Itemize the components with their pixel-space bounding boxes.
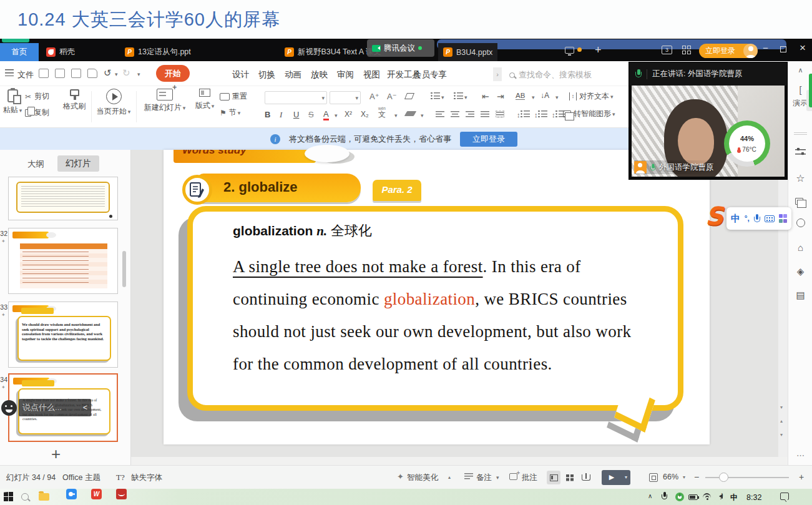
tab-slides[interactable]: 幻灯片 bbox=[57, 155, 99, 172]
indent-icon[interactable]: ⇥ bbox=[497, 91, 504, 101]
maximize-button[interactable] bbox=[780, 46, 786, 52]
slide-thumbnail-32[interactable] bbox=[8, 228, 118, 294]
ribbon-tab-home[interactable]: 开始 bbox=[156, 65, 190, 82]
notes-dropdown-icon[interactable]: ▾ bbox=[496, 474, 499, 481]
previous-slide-icon[interactable]: ▴ bbox=[780, 418, 783, 424]
paragraph-spacing-icon[interactable]: ↕ bbox=[534, 110, 547, 119]
bullet-list-button[interactable]: ▾ bbox=[431, 92, 444, 101]
tencent-meeting-taskbar-icon[interactable] bbox=[66, 489, 77, 499]
notes-button[interactable]: 备注 bbox=[476, 473, 492, 483]
sogou-logo[interactable]: S bbox=[705, 202, 723, 230]
ime-toolbox-icon[interactable] bbox=[779, 214, 788, 223]
chat-input[interactable]: 说点什么... < bbox=[19, 399, 91, 416]
font-size-select[interactable]: ▾ bbox=[330, 91, 361, 104]
reset-button[interactable]: 重置 bbox=[220, 91, 247, 102]
canvas-horizontal-scrollbar[interactable] bbox=[131, 457, 788, 465]
beautify-dropup-icon[interactable]: ▴ bbox=[448, 474, 451, 480]
convert-smart-graphic-button[interactable]: 转智能图形 ▾ bbox=[563, 109, 615, 119]
canvas-scrollbar[interactable]: ▾ ▴ ▾ bbox=[778, 150, 788, 457]
align-right-icon[interactable] bbox=[466, 110, 474, 117]
tab-document-active[interactable]: P B3U4.pptx bbox=[438, 43, 497, 61]
ime-indicator[interactable]: 中 bbox=[730, 493, 738, 503]
slide-sorter-view-button[interactable] bbox=[563, 471, 577, 484]
save-icon[interactable] bbox=[39, 69, 49, 78]
globe-icon[interactable] bbox=[788, 218, 812, 229]
tencent-meeting-floatbar[interactable]: 腾讯会议 bbox=[367, 39, 434, 57]
minimize-button[interactable]: − bbox=[763, 42, 768, 53]
numbered-list-button[interactable]: ▾ bbox=[454, 92, 467, 101]
export-icon[interactable] bbox=[55, 69, 65, 78]
text-direction-button[interactable]: ↓A bbox=[541, 91, 549, 100]
ribbon-tab-design[interactable]: 设计 bbox=[232, 69, 249, 81]
comments-button[interactable]: 批注 bbox=[522, 473, 537, 483]
fit-to-window-icon[interactable] bbox=[649, 473, 658, 482]
pinyin-dropdown-icon[interactable]: ▾ bbox=[394, 112, 398, 119]
duplicate-icon[interactable] bbox=[788, 197, 812, 207]
undo-dropdown-icon[interactable]: ▾ bbox=[115, 71, 118, 77]
print-preview-icon[interactable] bbox=[87, 69, 97, 78]
next-slide-icon[interactable]: ▾ bbox=[780, 432, 783, 438]
missing-font-label[interactable]: 缺失字体 bbox=[131, 473, 162, 483]
paste-button[interactable]: 粘贴▾ bbox=[1, 89, 24, 115]
tray-microphone-icon[interactable] bbox=[662, 492, 667, 501]
new-slide-button[interactable]: 新建幻灯片▾ bbox=[141, 89, 188, 113]
dictionary-book-icon[interactable]: ▤ bbox=[788, 290, 812, 301]
strikethrough-button[interactable]: S bbox=[308, 110, 314, 119]
italic-button[interactable]: I bbox=[280, 110, 282, 120]
tab-docker[interactable]: 稻壳 bbox=[41, 43, 80, 61]
zoom-out-button[interactable]: − bbox=[694, 472, 699, 482]
speaker-icon[interactable] bbox=[717, 494, 723, 499]
close-button[interactable]: × bbox=[800, 42, 806, 54]
chat-emoji-icon[interactable] bbox=[1, 400, 17, 416]
slide-34[interactable]: Words study globalization n. 全球化 A singl… bbox=[164, 150, 710, 444]
wifi-icon[interactable] bbox=[703, 493, 712, 501]
notice-login-button[interactable]: 立即登录 bbox=[460, 132, 517, 147]
menu-file[interactable]: 文件 bbox=[17, 69, 34, 81]
window-grid-icon[interactable] bbox=[682, 46, 691, 54]
3d-view-icon[interactable]: 3 bbox=[662, 46, 672, 54]
ribbon-tab-transition[interactable]: 切换 bbox=[258, 69, 275, 81]
layout-button[interactable]: 版式▾ bbox=[191, 89, 218, 111]
slideshow-play-button[interactable]: ▶ bbox=[602, 470, 622, 485]
clock[interactable]: 8:32 bbox=[746, 493, 761, 502]
redo-icon[interactable]: ↻ bbox=[122, 67, 130, 79]
smart-beautify-button[interactable]: 智能美化 bbox=[407, 473, 438, 483]
clear-format-icon[interactable] bbox=[404, 93, 414, 99]
voice-input-icon[interactable] bbox=[754, 214, 760, 223]
ribbon-tab-view[interactable]: 视图 bbox=[363, 69, 380, 81]
slide-thumbnail-31[interactable] bbox=[8, 177, 118, 220]
bold-button[interactable]: B bbox=[265, 110, 270, 119]
quickbar-more-icon[interactable]: ▾ bbox=[137, 71, 140, 77]
justify-icon[interactable] bbox=[481, 110, 489, 117]
screen-share-indicator[interactable] bbox=[565, 46, 574, 56]
action-center-icon[interactable] bbox=[780, 493, 789, 500]
grow-font-button[interactable]: A⁺ bbox=[369, 92, 379, 101]
align-center-icon[interactable] bbox=[451, 110, 459, 117]
distribute-icon[interactable] bbox=[496, 110, 504, 117]
theme-label[interactable]: Office 主题 bbox=[62, 473, 100, 483]
tab-outline[interactable]: 大纲 bbox=[27, 159, 44, 170]
tab-document-1[interactable]: P 13定语从句.ppt bbox=[120, 43, 196, 61]
slide-thumbnail-33[interactable]: We should draw wisdom and nourishment an… bbox=[8, 302, 118, 368]
taskbar-search-icon[interactable] bbox=[21, 493, 29, 501]
zoom-level[interactable]: 66% bbox=[663, 473, 678, 481]
line-spacing-icon[interactable]: ↕ bbox=[517, 110, 530, 119]
chat-collapse-icon[interactable]: < bbox=[83, 403, 87, 412]
align-left-icon[interactable] bbox=[436, 110, 444, 117]
zoom-dropdown-icon[interactable]: ▾ bbox=[683, 474, 685, 480]
pinyin-guide-button[interactable]: wén 文 bbox=[378, 107, 386, 118]
heading-bar[interactable]: 2. globalize bbox=[197, 174, 361, 202]
effects-star-icon[interactable]: ☆ bbox=[788, 172, 812, 184]
paragraph-tag[interactable]: Para. 2 bbox=[373, 180, 421, 201]
new-tab-button[interactable]: + bbox=[595, 44, 602, 57]
superscript-button[interactable]: X² bbox=[345, 110, 352, 119]
font-family-select[interactable]: ▾ bbox=[265, 91, 327, 104]
highlight-pen-icon[interactable] bbox=[404, 111, 417, 116]
font-color-button[interactable]: A bbox=[323, 110, 329, 120]
highlight-dropdown-icon[interactable]: ▾ bbox=[421, 112, 424, 119]
outdent-icon[interactable]: ⇤ bbox=[482, 91, 489, 101]
ribbon-tab-member[interactable]: 会员专享 bbox=[413, 69, 447, 81]
member-more-icon[interactable]: › bbox=[493, 67, 502, 81]
play-from-current-page-button[interactable]: 当页开始▾ bbox=[95, 89, 132, 117]
template-store-icon[interactable]: ⌂ bbox=[788, 242, 812, 253]
